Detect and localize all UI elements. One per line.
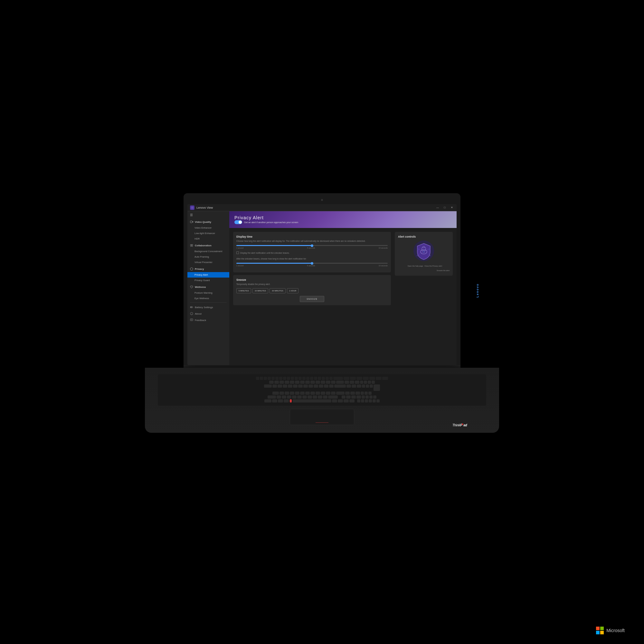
- sidebar-section-header-video-quality[interactable]: Video Quality: [187, 219, 229, 225]
- sidebar-item-battery-settings[interactable]: Battery Settings: [187, 304, 229, 310]
- slider-fill: [236, 245, 312, 246]
- svg-point-15: [423, 251, 424, 252]
- sidebar-section-collaboration: Collaboration Background Concealment Aut…: [187, 242, 229, 265]
- sidebar-label-video-quality: Video Quality: [195, 221, 211, 223]
- open-help-label: Open the help page: [398, 265, 423, 268]
- thinkpad-logo: ThinkPad: [452, 423, 467, 427]
- ms-cell-green: [600, 627, 604, 630]
- feedback-label: Feedback: [195, 319, 206, 322]
- svg-point-2: [190, 244, 192, 246]
- sidebar-label-privacy: Privacy: [195, 268, 204, 270]
- svg-rect-6: [191, 307, 192, 308]
- keyboard-area: [158, 374, 486, 406]
- display-time-slider[interactable]: 1 second 5 seconds 10 seconds: [236, 245, 388, 249]
- trackpad[interactable]: [290, 409, 354, 425]
- snooze-5min-button[interactable]: 5 MINUTES: [236, 288, 251, 293]
- battery-settings-label: Battery Settings: [195, 306, 213, 309]
- privacy-alert-toggle[interactable]: [234, 220, 242, 224]
- slider-thumb[interactable]: [311, 244, 313, 247]
- sidebar-item-feedback[interactable]: Feedback: [187, 317, 229, 323]
- sidebar-item-video-enhancer[interactable]: Video Enhancer: [187, 225, 229, 231]
- display-until-leaves-checkbox[interactable]: [236, 251, 239, 254]
- alert-graphic-container: [398, 240, 450, 262]
- alert-controls-labels: Open the help page Close the Privacy ale…: [398, 265, 450, 272]
- alert-shield-svg: [412, 240, 435, 262]
- after-slider-thumb[interactable]: [311, 262, 313, 265]
- sidebar-item-privacy-alert[interactable]: Privacy Alert: [187, 272, 229, 278]
- page-subtitle: Get an alert if another person approache…: [244, 221, 298, 223]
- app-screen: Lenovo View — □ ✕ ☰: [187, 204, 457, 365]
- svg-point-17: [417, 248, 419, 250]
- sidebar-item-auto-framing[interactable]: Auto Framing: [187, 254, 229, 260]
- sidebar-item-privacy-guard[interactable]: Privacy Guard: [187, 278, 229, 283]
- svg-point-20: [430, 255, 431, 256]
- checkbox-row: Display the alert notification until the…: [236, 251, 388, 254]
- collab-icon: [190, 244, 193, 247]
- snooze-desc: Temporarily disable the privacy alert.: [236, 283, 388, 286]
- sidebar-section-header-collaboration[interactable]: Collaboration: [187, 242, 229, 249]
- slider-labels: 1 second 5 seconds 10 seconds: [236, 247, 388, 249]
- laptop-base: ThinkPad: [145, 368, 499, 433]
- app-icon: [190, 205, 194, 210]
- page-title: Privacy Alert: [234, 215, 298, 220]
- display-time-title: Display time: [236, 235, 388, 238]
- svg-rect-5: [193, 307, 193, 308]
- checkbox-label: Display the alert notification until the…: [240, 252, 289, 254]
- close-privacy-label: Close the Privacy alert: [424, 265, 450, 268]
- sidebar-item-posture-warning[interactable]: Posture Warning: [187, 290, 229, 296]
- minimize-button[interactable]: —: [435, 206, 440, 209]
- snooze-alert-label: Snooze the alert: [437, 269, 450, 272]
- close-button[interactable]: ✕: [450, 206, 454, 209]
- hamburger-button[interactable]: ☰: [187, 211, 229, 219]
- snooze-1hour-button[interactable]: 1 HOUR: [287, 288, 299, 293]
- alert-controls-title: Alert controls: [398, 235, 450, 238]
- snooze-30min-button[interactable]: 30 MINUTES: [270, 288, 285, 293]
- video-icon: [190, 220, 193, 223]
- svg-point-3: [192, 244, 193, 246]
- sidebar-item-low-light-enhancer[interactable]: Low-light Enhancer: [187, 231, 229, 236]
- battery-icon: [190, 306, 193, 309]
- sidebar-item-hdr[interactable]: HDR: [187, 236, 229, 241]
- display-time-card: Display time Choose how long the alert n…: [233, 232, 391, 272]
- sidebar-item-virtual-presenter[interactable]: Virtual Presenter: [187, 260, 229, 265]
- sidebar-divider: [190, 302, 227, 303]
- window-titlebar: Lenovo View — □ ✕: [187, 204, 457, 211]
- sidebar-item-eye-wellness[interactable]: Eye Wellness: [187, 296, 229, 301]
- after-slider[interactable]: 1 second 5 seconds 10 seconds: [236, 263, 388, 267]
- sidebar-section-privacy: Privacy Privacy Alert Privacy Guard: [187, 266, 229, 283]
- svg-marker-1: [192, 221, 193, 223]
- after-slider-fill: [236, 263, 312, 264]
- after-slider-track: [236, 263, 388, 264]
- snooze-card: Snooze Temporarily disable the privacy a…: [233, 275, 391, 305]
- window-controls: — □ ✕: [435, 206, 454, 209]
- microsoft-grid-icon: [596, 627, 604, 634]
- feedback-icon: [190, 318, 193, 322]
- ms-cell-yellow: [600, 631, 604, 634]
- sidebar-section-wellness: Wellness Posture Warning Eye Wellness: [187, 284, 229, 301]
- maximize-button[interactable]: □: [442, 206, 447, 209]
- trackpad-area: [158, 409, 486, 425]
- sidebar: ☰ Video Quality Video Enhancer: [187, 211, 229, 365]
- about-label: About: [195, 312, 202, 315]
- ms-cell-red: [596, 627, 600, 630]
- after-slider-labels: 1 second 5 seconds 10 seconds: [236, 265, 388, 267]
- sidebar-section-video-quality: Video Quality Video Enhancer Low-light E…: [187, 219, 229, 241]
- webcam-indicator: [321, 199, 323, 201]
- wellness-icon: [190, 285, 193, 289]
- after-desc: After the onlooker leaves, choose how lo…: [236, 257, 388, 260]
- svg-rect-0: [190, 221, 192, 223]
- microsoft-logo: Microsoft: [596, 627, 625, 634]
- sidebar-section-header-wellness[interactable]: Wellness: [187, 284, 229, 290]
- snooze-15min-button[interactable]: 15 MINUTES: [252, 288, 268, 293]
- sidebar-item-background-concealment[interactable]: Background Concealment: [187, 249, 229, 254]
- snooze-button[interactable]: SNOOZE: [300, 296, 324, 302]
- sidebar-section-header-privacy[interactable]: Privacy: [187, 266, 229, 272]
- alert-controls-card: Alert controls: [395, 232, 453, 276]
- svg-point-19: [417, 255, 418, 256]
- snooze-title: Snooze: [236, 278, 388, 281]
- sidebar-item-about[interactable]: i About: [187, 310, 229, 317]
- sidebar-label-collaboration: Collaboration: [195, 244, 212, 247]
- sidebar-label-wellness: Wellness: [195, 286, 206, 289]
- slider-track: [236, 245, 388, 246]
- privacy-icon: [190, 267, 193, 270]
